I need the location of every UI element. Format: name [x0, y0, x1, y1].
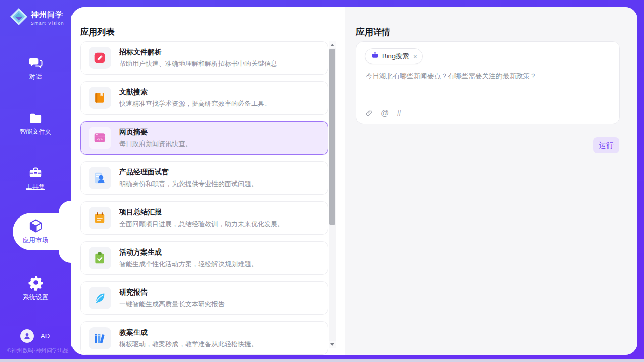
app-list: 招标文件解析 帮助用户快速、准确地理解和解析招标书中的关键信息 文献搜索 快速精… — [80, 41, 328, 355]
brand-name: 神州问学 — [31, 10, 64, 20]
app-card-活动方案生成[interactable]: 活动方案生成 智能生成个性化活动方案，轻松解决规划难题。 — [80, 241, 328, 275]
app-detail-panel: 应用详情 Bing搜索 × 今日湖北有哪些新闻要点？有哪些需要关注的最新政策？ … — [345, 7, 637, 355]
chip-close-icon[interactable]: × — [413, 53, 417, 60]
app-card-title: 活动方案生成 — [119, 248, 258, 257]
cube-icon — [0, 218, 71, 234]
scroll-down-icon[interactable] — [329, 341, 336, 348]
sidebar-item-label: 智能文件夹 — [20, 128, 52, 136]
tool-chip-label: Bing搜索 — [382, 52, 409, 61]
app-card-description: 每日政府新闻资讯快查。 — [119, 139, 192, 149]
sidebar-item-label: 工具集 — [26, 183, 45, 191]
sidebar-item-工具集[interactable]: 工具集 — [0, 166, 71, 191]
web-page-icon: </> — [89, 127, 111, 149]
run-button[interactable]: 运行 — [593, 137, 619, 153]
prompt-card: Bing搜索 × 今日湖北有哪些新闻要点？有哪些需要关注的最新政策？ @# — [356, 41, 620, 124]
sidebar-item-label: 应用市场 — [23, 236, 48, 245]
book-icon — [89, 87, 111, 109]
app-card-title: 教案生成 — [119, 328, 258, 337]
sidebar-item-对话[interactable]: 对话 — [0, 56, 71, 81]
app-card-description: 智能生成个性化活动方案，轻松解决规划难题。 — [119, 260, 258, 269]
app-card-研究报告[interactable]: 研究报告 一键智能生成高质量长文本研究报告 — [80, 281, 328, 315]
app-card-description: 帮助用户快速、准确地理解和解析招标书中的关键信息 — [119, 59, 277, 68]
hash-icon[interactable]: # — [397, 109, 401, 117]
sidebar-item-label: 系统设置 — [23, 293, 48, 302]
books-icon — [89, 327, 111, 349]
app-list-panel: 应用列表 招标文件解析 帮助用户快速、准确地理解和解析招标书中的关键信息 文献搜… — [71, 7, 345, 355]
avatar[interactable] — [20, 329, 34, 343]
app-card-网页摘要[interactable]: </> 网页摘要 每日政府新闻资讯快查。 — [80, 121, 328, 155]
folder-icon — [0, 111, 71, 125]
app-card-title: 研究报告 — [119, 288, 225, 297]
gear-icon — [0, 275, 71, 291]
svg-text:</>: </> — [97, 137, 103, 141]
app-card-title: 项目总结汇报 — [119, 208, 284, 217]
chat-icon — [0, 56, 71, 70]
paperclip-icon[interactable] — [366, 108, 373, 117]
app-card-description: 一键智能生成高质量长文本研究报告 — [119, 300, 225, 309]
report-note-icon — [89, 207, 111, 229]
app-card-description: 全面回顾项目进展，总结经验教训，助力未来优化发展。 — [119, 220, 284, 229]
sidebar-item-应用市场[interactable]: 应用市场 — [0, 201, 71, 263]
app-card-教案生成[interactable]: 教案生成 模板驱动，教案秒成，教学准备从此轻松快捷。 — [80, 321, 328, 355]
document-edit-icon — [89, 47, 111, 69]
sidebar-item-智能文件夹[interactable]: 智能文件夹 — [0, 111, 71, 136]
app-card-description: 快速精准查找学术资源，提高研究效率的必备工具。 — [119, 99, 271, 108]
sidebar-item-系统设置[interactable]: 系统设置 — [0, 275, 71, 302]
app-card-招标文件解析[interactable]: 招标文件解析 帮助用户快速、准确地理解和解析招标书中的关键信息 — [80, 41, 328, 75]
scrollbar-thumb[interactable] — [329, 49, 335, 225]
briefcase-icon — [371, 52, 379, 61]
brand-logo: 神州问学 Smart Vision — [9, 7, 64, 28]
app-card-title: 产品经理面试官 — [119, 168, 258, 177]
user-profile[interactable]: AD — [20, 329, 50, 343]
quill-icon — [89, 287, 111, 309]
tool-chip-bing-search[interactable]: Bing搜索 × — [365, 48, 423, 64]
app-list-title: 应用列表 — [80, 26, 115, 38]
app-detail-title: 应用详情 — [356, 26, 390, 38]
at-icon[interactable]: @ — [381, 109, 389, 117]
prompt-input[interactable]: 今日湖北有哪些新闻要点？有哪些需要关注的最新政策？ — [366, 71, 608, 105]
sidebar-item-label: 对话 — [29, 73, 42, 81]
app-card-项目总结汇报[interactable]: 项目总结汇报 全面回顾项目进展，总结经验教训，助力未来优化发展。 — [80, 201, 328, 235]
brand-diamond-icon — [9, 7, 28, 28]
app-card-title: 文献搜索 — [119, 88, 271, 97]
brand-subtitle: Smart Vision — [31, 21, 64, 26]
app-card-产品经理面试官[interactable]: 产品经理面试官 明确身份和职责，为您提供专业性的面试问题。 — [80, 161, 328, 195]
app-window: 神州问学 Smart Vision 对话 智能文件夹 工具集 应用市场 系统设置… — [0, 0, 644, 362]
scroll-up-icon[interactable] — [329, 41, 336, 48]
app-card-文献搜索[interactable]: 文献搜索 快速精准查找学术资源，提高研究效率的必备工具。 — [80, 81, 328, 115]
sidebar: 神州问学 Smart Vision 对话 智能文件夹 工具集 应用市场 系统设置… — [0, 0, 71, 362]
app-card-title: 招标文件解析 — [119, 48, 277, 57]
copyright-footer: ©神州数码·神州问学出品 — [7, 347, 69, 354]
clipboard-check-icon — [89, 247, 111, 269]
app-card-description: 明确身份和职责，为您提供专业性的面试问题。 — [119, 179, 258, 189]
bottom-strip — [0, 359, 644, 362]
scrollbar[interactable] — [329, 41, 336, 348]
interviewer-icon — [89, 167, 111, 189]
toolbox-icon — [0, 166, 71, 180]
prompt-toolbar: @# — [366, 108, 401, 117]
app-card-description: 模板驱动，教案秒成，教学准备从此轻松快捷。 — [119, 340, 258, 349]
user-initials: AD — [41, 332, 50, 340]
main-content: 应用列表 招标文件解析 帮助用户快速、准确地理解和解析招标书中的关键信息 文献搜… — [71, 7, 637, 355]
app-card-title: 网页摘要 — [119, 128, 192, 137]
